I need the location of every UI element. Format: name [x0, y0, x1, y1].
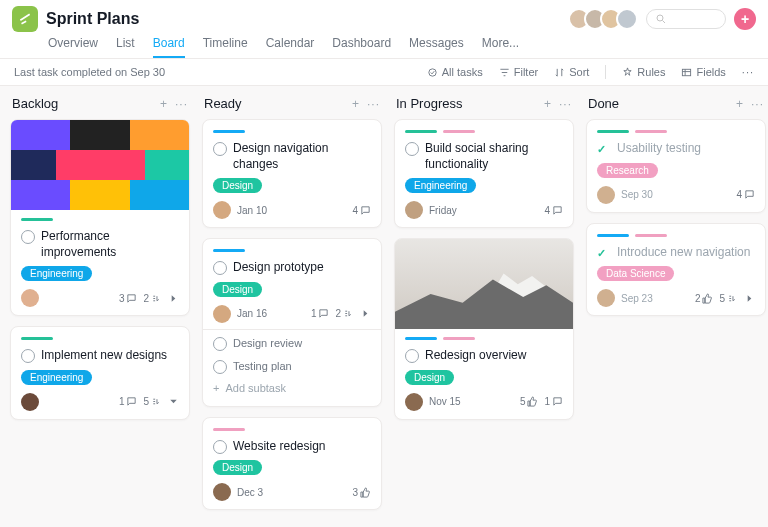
- like-count[interactable]: 5: [520, 396, 539, 407]
- all-tasks-button[interactable]: All tasks: [427, 66, 483, 78]
- svg-point-1: [429, 68, 436, 75]
- subtask-count[interactable]: 5: [143, 396, 162, 407]
- comment-count[interactable]: 1: [119, 396, 138, 407]
- add-card-button[interactable]: +: [736, 97, 743, 111]
- tag-pill[interactable]: Engineering: [405, 178, 476, 193]
- complete-toggle[interactable]: [213, 440, 227, 454]
- assignee-avatar[interactable]: [21, 289, 39, 307]
- comment-count[interactable]: 4: [736, 189, 755, 200]
- member-avatars[interactable]: [574, 8, 638, 30]
- tab-overview[interactable]: Overview: [48, 36, 98, 58]
- tag-pill[interactable]: Design: [405, 370, 454, 385]
- column-title: Ready: [204, 96, 352, 111]
- complete-toggle[interactable]: [21, 349, 35, 363]
- task-card[interactable]: Usability testing Research Sep 30 4: [586, 119, 766, 213]
- tab-timeline[interactable]: Timeline: [203, 36, 248, 58]
- header-bar: Sprint Plans +: [0, 0, 768, 32]
- tag-pill[interactable]: Engineering: [21, 266, 92, 281]
- assignee-avatar[interactable]: [21, 393, 39, 411]
- column-in-progress: In Progress +··· Build social sharing fu…: [394, 92, 574, 521]
- add-card-button[interactable]: +: [352, 97, 359, 111]
- task-card[interactable]: Build social sharing functionality Engin…: [394, 119, 574, 228]
- tab-calendar[interactable]: Calendar: [266, 36, 315, 58]
- complete-toggle[interactable]: [405, 142, 419, 156]
- complete-toggle[interactable]: [213, 261, 227, 275]
- add-button[interactable]: +: [734, 8, 756, 30]
- tag-pill[interactable]: Design: [213, 460, 262, 475]
- rules-button[interactable]: Rules: [622, 66, 665, 78]
- task-card[interactable]: Website redesign Design Dec 3 3: [202, 417, 382, 511]
- assignee-avatar[interactable]: [405, 201, 423, 219]
- like-count[interactable]: 3: [352, 487, 371, 498]
- assignee-avatar[interactable]: [597, 186, 615, 204]
- subtask-item[interactable]: Design review: [213, 332, 371, 355]
- comment-count[interactable]: 3: [119, 293, 138, 304]
- task-card[interactable]: Design navigation changes Design Jan 10 …: [202, 119, 382, 228]
- tab-more[interactable]: More...: [482, 36, 519, 58]
- sort-button[interactable]: Sort: [554, 66, 589, 78]
- chevron-right-icon[interactable]: [360, 308, 371, 319]
- add-card-button[interactable]: +: [544, 97, 551, 111]
- assignee-avatar[interactable]: [213, 201, 231, 219]
- tab-dashboard[interactable]: Dashboard: [332, 36, 391, 58]
- subtask-count[interactable]: 2: [335, 308, 354, 319]
- comment-count[interactable]: 4: [544, 205, 563, 216]
- fields-button[interactable]: Fields: [681, 66, 725, 78]
- like-count[interactable]: 2: [695, 293, 714, 304]
- task-card[interactable]: Implement new designs Engineering 1 5: [10, 326, 190, 420]
- task-card[interactable]: Performance improvements Engineering 3 2: [10, 119, 190, 316]
- complete-toggle[interactable]: [21, 230, 35, 244]
- column-title: In Progress: [396, 96, 544, 111]
- add-card-button[interactable]: +: [160, 97, 167, 111]
- comment-count[interactable]: 4: [352, 205, 371, 216]
- comment-count[interactable]: 1: [311, 308, 330, 319]
- chevron-right-icon[interactable]: [168, 293, 179, 304]
- tag-pill[interactable]: Design: [213, 178, 262, 193]
- comment-count[interactable]: 1: [544, 396, 563, 407]
- task-card[interactable]: Introduce new navigation Data Science Se…: [586, 223, 766, 317]
- due-date[interactable]: Sep 23: [621, 293, 653, 304]
- complete-toggle[interactable]: [213, 142, 227, 156]
- due-date[interactable]: Dec 3: [237, 487, 263, 498]
- column-menu[interactable]: ···: [367, 97, 380, 111]
- avatar[interactable]: [616, 8, 638, 30]
- column-title: Backlog: [12, 96, 160, 111]
- assignee-avatar[interactable]: [213, 483, 231, 501]
- due-date[interactable]: Jan 10: [237, 205, 267, 216]
- tab-board[interactable]: Board: [153, 36, 185, 58]
- tab-messages[interactable]: Messages: [409, 36, 464, 58]
- column-menu[interactable]: ···: [751, 97, 764, 111]
- assignee-avatar[interactable]: [213, 305, 231, 323]
- tab-list[interactable]: List: [116, 36, 135, 58]
- due-date[interactable]: Jan 16: [237, 308, 267, 319]
- tag-pill[interactable]: Engineering: [21, 370, 92, 385]
- due-date[interactable]: Friday: [429, 205, 457, 216]
- project-icon[interactable]: [12, 6, 38, 32]
- status-text: Last task completed on Sep 30: [14, 66, 411, 78]
- complete-toggle[interactable]: [405, 349, 419, 363]
- column-menu[interactable]: ···: [559, 97, 572, 111]
- tag-pill[interactable]: Data Science: [597, 266, 674, 281]
- complete-toggle[interactable]: [597, 246, 611, 260]
- page-title: Sprint Plans: [46, 10, 139, 28]
- filter-button[interactable]: Filter: [499, 66, 538, 78]
- column-menu[interactable]: ···: [175, 97, 188, 111]
- due-date[interactable]: Sep 30: [621, 189, 653, 200]
- assignee-avatar[interactable]: [597, 289, 615, 307]
- chevron-down-icon[interactable]: [168, 396, 179, 407]
- subtask-item[interactable]: Testing plan: [213, 355, 371, 378]
- assignee-avatar[interactable]: [405, 393, 423, 411]
- search-input[interactable]: [646, 9, 726, 29]
- add-subtask-button[interactable]: +Add subtask: [213, 378, 371, 398]
- task-card[interactable]: Design prototype Design Jan 16 1 2 Desig…: [202, 238, 382, 407]
- task-card[interactable]: Redesign overview Design Nov 15 5 1: [394, 238, 574, 420]
- subtask-count[interactable]: 5: [719, 293, 738, 304]
- complete-toggle[interactable]: [597, 142, 611, 156]
- column-title: Done: [588, 96, 736, 111]
- due-date[interactable]: Nov 15: [429, 396, 461, 407]
- subtask-count[interactable]: 2: [143, 293, 162, 304]
- chevron-right-icon[interactable]: [744, 293, 755, 304]
- tag-pill[interactable]: Research: [597, 163, 658, 178]
- more-menu[interactable]: ···: [742, 66, 754, 78]
- tag-pill[interactable]: Design: [213, 282, 262, 297]
